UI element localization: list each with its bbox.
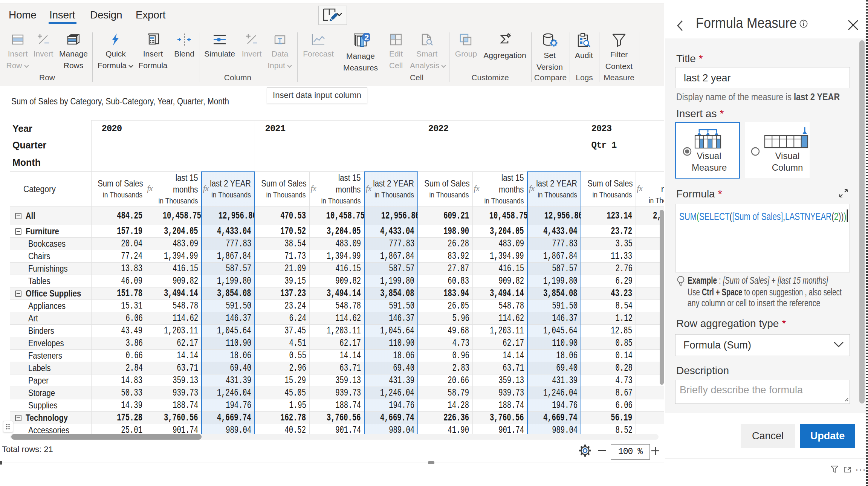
svg-text:2: 2 (364, 33, 369, 42)
